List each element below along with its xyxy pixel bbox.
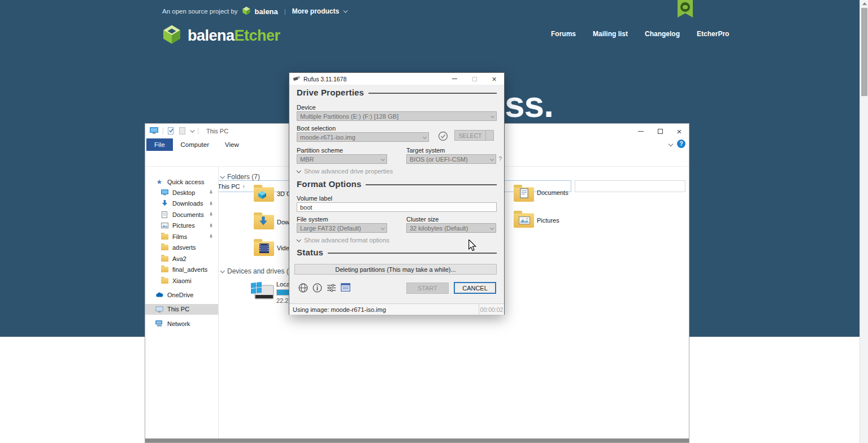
target-system-label: Target system [406,147,445,154]
sidebar-item-label: Ava2 [172,255,186,262]
file-system-dropdown: Large FAT32 (Default) [297,223,387,233]
advanced-format-options-toggle[interactable]: Show advanced format options [297,237,389,244]
status-heading: Status [297,247,497,257]
chevron-down-icon [296,237,301,242]
boot-selection-value: moode-r671-iso.img [300,134,355,141]
sidebar-item-desktop[interactable]: Desktop [145,187,218,198]
sidebar-item-films[interactable]: Films [145,231,218,242]
3d-cube-icon [258,190,267,201]
sidebar-item-onedrive[interactable]: OneDrive [145,289,218,300]
folder-downloads[interactable] [254,215,274,229]
device-label: Device [297,104,316,111]
target-system-help-mark[interactable]: ? [498,155,502,162]
hero-headline: ss. [505,84,553,125]
breadcrumb-separator: › [242,183,244,189]
maximize-button [465,73,484,85]
tile-label[interactable]: Documents [537,189,568,196]
star-icon: ★ [155,178,163,186]
folder-videos[interactable] [254,241,274,256]
ribbon-right-controls: ? [669,140,685,148]
sidebar-item-label: Pictures [172,222,195,229]
nav-forums[interactable]: Forums [551,30,576,38]
sidebar-item-label: Films [172,233,187,240]
nav-changelog[interactable]: Changelog [645,30,680,38]
volume-label-value: boot [300,204,312,211]
close-button[interactable]: × [484,73,504,85]
close-icon: × [677,127,682,136]
chevron-down-icon [490,226,494,230]
settings-sliders-icon[interactable] [327,283,336,293]
sidebar-item-final-adverts[interactable]: final_adverts [145,264,218,275]
tab-computer[interactable]: Computer [173,138,218,151]
progress-bar: Deleting partitions (This may take a whi… [294,264,497,275]
format-options-heading: Format Options [297,179,497,189]
properties-icon[interactable] [168,127,175,136]
tab-file[interactable]: File [146,138,173,151]
section-heading-label: Drive Properties [297,88,364,97]
sidebar-item-pictures[interactable]: Pictures [145,220,218,231]
nav-etcherpro[interactable]: EtcherPro [697,30,729,38]
collapse-ribbon-icon[interactable] [669,141,673,146]
sidebar-item-quick-access[interactable]: ★ Quick access [145,176,218,187]
minimize-button[interactable] [631,124,650,138]
topbar-brand-link[interactable]: balena [255,7,278,16]
scrollbar-thumb[interactable] [861,8,867,96]
maximize-button[interactable] [650,124,670,138]
sidebar-item-xiaomi[interactable]: Xiaomi [145,275,218,286]
sidebar-item-label: This PC [167,306,189,312]
folder-icon [160,245,168,250]
minimize-button[interactable] [445,73,465,85]
folders-group-header[interactable]: Folders (7) [220,173,260,181]
folder-3d-objects[interactable] [254,187,274,202]
folder-icon [160,234,168,240]
breadcrumb-this-pc[interactable]: This PC [218,183,240,190]
site-logo[interactable]: balenaEtcher [162,24,280,47]
folder-pictures[interactable] [514,213,534,228]
section-heading-label: Status [297,247,323,257]
search-input[interactable] [575,180,685,192]
info-icon[interactable] [313,283,322,293]
chevron-down-icon [381,226,385,230]
toolbar-divider [163,128,163,134]
sidebar-item-label: Desktop [172,189,195,196]
close-icon: × [492,75,496,83]
balena-cube-icon [242,6,251,16]
sidebar-item-ava2[interactable]: Ava2 [145,253,218,264]
scrollbar-up-arrow-icon[interactable] [862,2,867,5]
more-products-menu[interactable]: More products [292,7,339,15]
customize-toolbar-chevron-icon[interactable] [190,128,194,132]
devices-group-header[interactable]: Devices and drives (2 [220,267,292,275]
help-button[interactable]: ? [677,140,685,148]
logo-part-etcher: Etcher [235,27,280,44]
partition-scheme-dropdown: MBR [297,154,387,164]
folder-documents[interactable] [514,187,534,202]
volume-label-input[interactable]: boot [297,202,497,212]
computer-icon [155,306,163,312]
sidebar-item-downloads[interactable]: Downloads [145,198,218,209]
new-folder-icon[interactable] [179,127,185,136]
browser-scrollbar[interactable] [860,0,868,443]
toolbar-divider [198,128,198,134]
language-globe-icon[interactable] [298,283,308,293]
rufus-window-controls: × [445,73,504,85]
sidebar-item-adsverts[interactable]: adsverts [145,242,218,253]
log-icon[interactable] [341,283,350,293]
advanced-drive-properties-toggle[interactable]: Show advanced drive properties [297,168,393,175]
local-disk-icon[interactable] [250,282,274,302]
sidebar-item-label: Quick access [167,179,204,185]
tile-label[interactable]: Pictures [537,217,559,224]
cancel-button[interactable]: CANCEL [454,282,496,294]
rufus-dialog: Rufus 3.11.1678 × Drive Properties Devic… [289,72,505,315]
file-system-label: File system [297,216,328,223]
nav-mailing-list[interactable]: Mailing list [593,30,628,38]
film-frame-icon [259,244,269,254]
mouse-cursor [468,240,476,254]
sidebar-item-documents[interactable]: Documents [145,209,218,220]
sidebar-item-network[interactable]: Network [145,318,218,329]
close-button[interactable]: × [670,124,689,138]
sidebar-item-this-pc[interactable]: This PC [145,304,218,315]
rufus-titlebar[interactable]: Rufus 3.11.1678 × [289,73,504,85]
tab-view[interactable]: View [217,138,247,151]
topbar-divider: | [284,8,286,15]
device-dropdown: Multiple Partitions (E:) (F:) [128 GB] [297,111,497,121]
